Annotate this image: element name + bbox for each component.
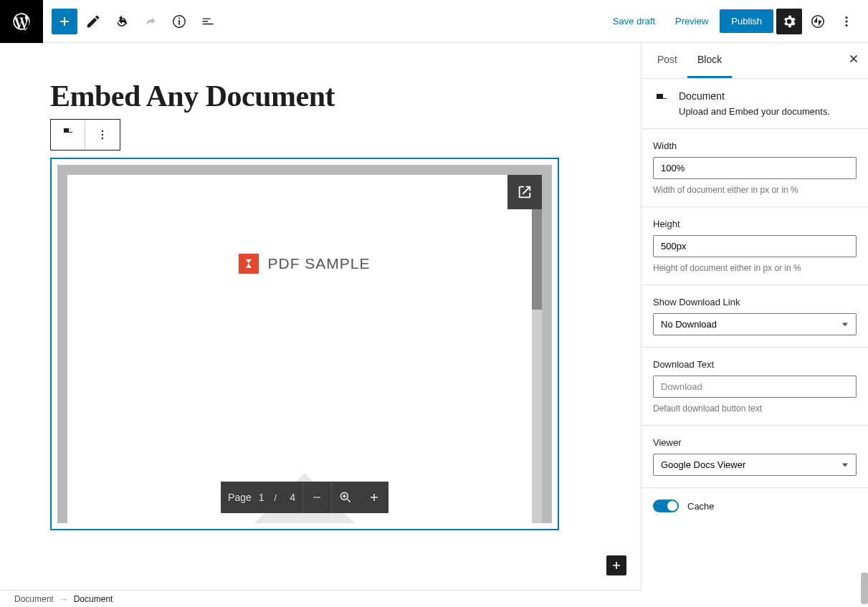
viewer-scrollbar[interactable] [532,209,542,523]
close-icon [847,52,860,65]
current-page: 1 [259,492,269,503]
breadcrumb: Document → Document [0,590,641,607]
svg-rect-2 [178,17,180,19]
height-help: Height of document either in px or in % [653,263,857,273]
tab-post[interactable]: Post [647,43,687,78]
page-scrollbar-thumb[interactable] [861,573,868,604]
pencil-icon [85,14,101,29]
width-panel: Width Width of document either in px or … [642,129,868,207]
circle-slash-icon [810,14,826,29]
cache-panel: Cache [642,488,868,524]
download-link-select[interactable]: No Download [653,313,857,335]
gear-icon [781,14,797,29]
save-draft-link[interactable]: Save draft [604,10,664,32]
page-separator: / [269,492,283,503]
close-sidebar-button[interactable] [845,52,862,69]
svg-line-12 [348,500,350,502]
viewer-scrollbar-thumb[interactable] [532,209,542,310]
breadcrumb-current[interactable]: Document [74,594,113,604]
block-more-button[interactable] [85,120,120,150]
download-text-input[interactable] [653,376,857,398]
info-button[interactable] [166,9,192,34]
svg-point-8 [102,134,104,136]
jetpack-button[interactable] [805,9,831,34]
block-header: Document Upload and Embed your documents… [642,79,868,129]
svg-rect-16 [373,494,375,501]
viewer-panel: Viewer Google Docs Viewer [642,426,868,488]
add-block-button[interactable] [52,9,77,34]
post-title[interactable]: Embed Any Document [50,79,559,113]
page-label: Page [221,492,259,503]
download-text-panel: Download Text Default download button te… [642,348,868,426]
pdf-page: PDF SAMPLE [67,175,542,523]
document-embed-block[interactable]: PDF SAMPLE Page 1 / 4 [50,158,559,530]
svg-rect-1 [178,20,180,24]
list-icon [200,14,216,29]
height-panel: Height Height of document either in px o… [642,207,868,285]
viewer-label: Viewer [653,437,857,448]
block-type-button[interactable] [51,120,85,150]
download-text-label: Download Text [653,359,857,370]
edit-tools-button[interactable] [80,9,106,34]
open-external-icon [517,184,533,200]
publish-button[interactable]: Publish [720,9,773,33]
width-help: Width of document either in px or in % [653,185,857,195]
download-link-label: Show Download Link [653,297,857,307]
wordpress-logo[interactable] [0,0,43,43]
zoom-out-button[interactable] [302,482,331,513]
outline-button[interactable] [195,9,221,34]
width-input[interactable] [653,157,857,179]
height-input[interactable] [653,235,857,257]
kebab-icon [839,14,854,29]
top-toolbar: Save draft Preview Publish [0,0,868,43]
block-title: Document [679,90,830,102]
settings-sidebar: Post Block Document Upload and Embed you… [641,43,868,590]
zoom-fit-button[interactable] [331,482,360,513]
kebab-icon [95,128,110,142]
add-block-inline-button[interactable] [606,555,626,575]
svg-point-5 [845,20,847,22]
download-text-help: Default download button text [653,403,857,414]
undo-icon [114,14,130,29]
block-toolbar [50,119,120,150]
svg-point-7 [102,130,104,133]
redo-button[interactable] [138,9,163,34]
minus-icon [310,490,324,505]
total-pages: 4 [282,492,302,503]
document-icon [653,92,670,109]
block-description: Upload and Embed your documents. [679,106,830,117]
chevron-right-icon: → [59,594,68,604]
svg-point-4 [845,16,847,18]
cache-label: Cache [687,501,715,512]
plus-icon [56,13,73,30]
plus-icon [609,558,624,573]
svg-point-9 [102,138,104,140]
pdf-sample-label: PDF SAMPLE [267,255,370,272]
plus-icon [367,490,381,505]
redo-icon [143,14,158,29]
zoom-icon [338,490,353,505]
document-viewer: PDF SAMPLE Page 1 / 4 [57,165,552,523]
popout-button[interactable] [507,175,542,209]
svg-rect-10 [313,497,320,498]
undo-button[interactable] [109,9,135,34]
settings-toggle-button[interactable] [776,9,802,34]
info-icon [171,14,187,29]
width-label: Width [653,140,857,151]
download-link-panel: Show Download Link No Download [642,285,868,348]
svg-point-6 [845,24,847,26]
height-label: Height [653,219,857,229]
svg-point-3 [812,15,824,27]
document-icon [59,126,77,143]
cache-toggle[interactable] [653,500,679,512]
zoom-in-button[interactable] [360,482,388,513]
tab-block[interactable]: Block [687,43,732,78]
breadcrumb-root[interactable]: Document [14,594,54,604]
sidebar-tabs: Post Block [642,43,868,79]
more-options-button[interactable] [834,9,859,34]
viewer-select[interactable]: Google Docs Viewer [653,454,857,476]
pdf-icon [239,254,259,274]
preview-link[interactable]: Preview [667,10,717,32]
pdf-viewer-controls: Page 1 / 4 [221,482,388,513]
editor-canvas[interactable]: Embed Any Document [0,43,641,590]
